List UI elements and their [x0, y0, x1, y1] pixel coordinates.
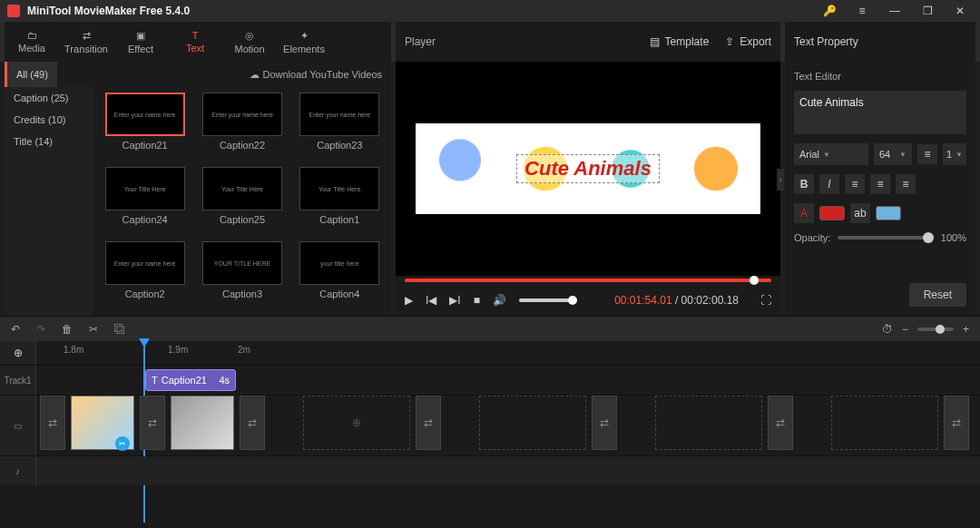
seek-handle[interactable]	[750, 276, 759, 285]
play-button[interactable]: ▶	[405, 294, 413, 307]
elements-icon: ✦	[300, 30, 309, 42]
time-ruler[interactable]: 1.8m 1.9m 2m	[36, 341, 980, 365]
drop-slot[interactable]	[831, 396, 938, 450]
add-track-button[interactable]: ⊕	[0, 341, 36, 365]
redo-button[interactable]: ↷	[36, 323, 45, 336]
tab-text[interactable]: T Text	[168, 22, 222, 62]
zoom-out-button[interactable]: −	[902, 323, 908, 336]
main-toolbar: 🗀 Media ⇄ Transition ▣ Effect T Text ◎ M…	[0, 22, 980, 62]
volume-icon[interactable]: 🔊	[493, 294, 506, 307]
stop-button[interactable]: ■	[474, 294, 480, 307]
tab-motion[interactable]: ◎ Motion	[222, 22, 277, 62]
text-clip[interactable]: T Caption21 4s	[145, 369, 236, 391]
drop-slot[interactable]	[655, 396, 762, 450]
transition-chip[interactable]: ⇄	[944, 396, 969, 450]
asset-item[interactable]: Your Title HereCaption24	[99, 167, 191, 236]
tab-transition[interactable]: ⇄ Transition	[59, 22, 113, 62]
asset-item[interactable]: Enter your name hereCaption2	[99, 241, 191, 310]
tab-effect[interactable]: ▣ Effect	[113, 22, 168, 62]
app-title: MiniTool MovieMaker Free 5.4.0	[27, 5, 190, 17]
transition-chip[interactable]: ⇄	[40, 396, 65, 450]
font-size-select[interactable]: 64▼	[874, 143, 912, 165]
transition-chip[interactable]: ⇄	[768, 396, 793, 450]
tab-elements-label: Elements	[283, 44, 325, 54]
video-track[interactable]: ⇄ ✂ ⇄ ⇄ ⊕ ⇄ ⇄ ⇄ ⇄ ⇄	[36, 396, 980, 455]
preview-text-overlay[interactable]: Cute Animals	[516, 154, 660, 183]
align-center-button[interactable]: ≡	[870, 174, 890, 194]
download-youtube-link[interactable]: ☁ Download YouTube Videos	[250, 69, 383, 81]
video-clip[interactable]: ✂	[71, 396, 134, 450]
align-right-button[interactable]: ≡	[896, 174, 916, 194]
opacity-value: 100%	[941, 232, 966, 243]
undo-button[interactable]: ↶	[11, 323, 20, 336]
delete-button[interactable]: 🗑	[62, 323, 73, 336]
effect-icon: ▣	[136, 30, 145, 42]
tab-transition-label: Transition	[64, 44, 108, 54]
transition-chip[interactable]: ⇄	[592, 396, 617, 450]
audio-track-head[interactable]: ♪	[0, 456, 36, 485]
sidebar-credits[interactable]: Credits (10)	[5, 109, 93, 131]
align-left-button[interactable]: ≡	[845, 174, 865, 194]
close-button[interactable]: ✕	[947, 1, 973, 21]
maximize-button[interactable]: ❐	[915, 1, 940, 21]
asset-item[interactable]: Enter your name hereCaption23	[294, 93, 386, 161]
italic-button[interactable]: I	[819, 174, 839, 194]
preview-viewport[interactable]: Cute Animals ›	[396, 62, 780, 276]
expand-panel-button[interactable]: ›	[777, 169, 784, 191]
asset-item[interactable]: Enter your name hereCaption21	[99, 93, 191, 161]
audio-track[interactable]	[36, 456, 980, 485]
menu-icon[interactable]: ≡	[849, 1, 875, 21]
folder-icon: 🗀	[27, 30, 37, 41]
text-track[interactable]: T Caption21 4s	[36, 366, 980, 395]
prev-frame-button[interactable]: I◀	[426, 294, 436, 307]
drop-slot[interactable]	[479, 396, 586, 450]
opacity-slider[interactable]	[838, 236, 934, 240]
seek-bar[interactable]	[405, 279, 771, 282]
highlight-color-swatch[interactable]	[876, 206, 901, 220]
fullscreen-button[interactable]: ⛶	[760, 294, 771, 307]
text-color-swatch[interactable]	[819, 206, 845, 220]
sidebar-caption[interactable]: Caption (25)	[5, 87, 93, 109]
reset-button[interactable]: Reset	[909, 283, 966, 307]
asset-item[interactable]: Enter your name hereCaption22	[196, 93, 288, 161]
category-all[interactable]: All (49)	[5, 62, 57, 87]
transition-chip[interactable]: ⇄	[140, 396, 165, 450]
asset-item[interactable]: YOUR TITLE HERECaption3	[196, 241, 288, 310]
video-track-head[interactable]: ▭	[0, 396, 36, 455]
drop-slot[interactable]: ⊕	[303, 396, 410, 450]
player-label: Player	[405, 35, 436, 48]
video-clip[interactable]	[171, 396, 234, 450]
asset-item[interactable]: your title hereCaption4	[294, 241, 386, 310]
asset-thumb: Enter your name here	[105, 241, 185, 285]
license-key-icon[interactable]: 🔑	[817, 1, 842, 21]
transition-chip[interactable]: ⇄	[416, 396, 441, 450]
text-track-head[interactable]: Track1	[0, 366, 36, 395]
asset-item[interactable]: Your Title HereCaption1	[294, 167, 386, 236]
tab-elements[interactable]: ✦ Elements	[277, 22, 331, 62]
tab-effect-label: Effect	[128, 44, 153, 54]
next-frame-button[interactable]: ▶I	[449, 294, 460, 307]
line-spacing-icon[interactable]: ≡	[917, 144, 937, 164]
transition-chip[interactable]: ⇄	[240, 396, 265, 450]
asset-grid: Enter your name hereCaption21Enter your …	[93, 87, 391, 316]
export-button[interactable]: ⇪ Export	[725, 35, 771, 48]
text-icon: T	[192, 30, 199, 41]
crop-button[interactable]: ⿻	[114, 323, 125, 336]
speed-button[interactable]: ⏱	[882, 323, 893, 336]
split-badge-icon[interactable]: ✂	[115, 436, 130, 451]
bold-button[interactable]: B	[794, 174, 814, 194]
split-button[interactable]: ✂	[89, 323, 98, 336]
asset-label: Caption4	[319, 288, 359, 299]
font-family-select[interactable]: Arial▼	[794, 143, 868, 165]
sidebar-title[interactable]: Title (14)	[5, 131, 93, 152]
volume-slider[interactable]	[519, 298, 573, 302]
template-button[interactable]: ▤ Template	[650, 35, 710, 48]
minimize-button[interactable]: —	[882, 1, 907, 21]
zoom-slider[interactable]	[917, 328, 954, 331]
line-spacing-select[interactable]: 1▼	[943, 143, 966, 165]
asset-item[interactable]: Your Title HereCaption25	[196, 167, 288, 236]
zoom-in-button[interactable]: +	[963, 323, 969, 336]
text-content-input[interactable]	[794, 91, 966, 134]
tab-media[interactable]: 🗀 Media	[5, 22, 59, 62]
ruler-tick: 1.9m	[168, 345, 188, 355]
